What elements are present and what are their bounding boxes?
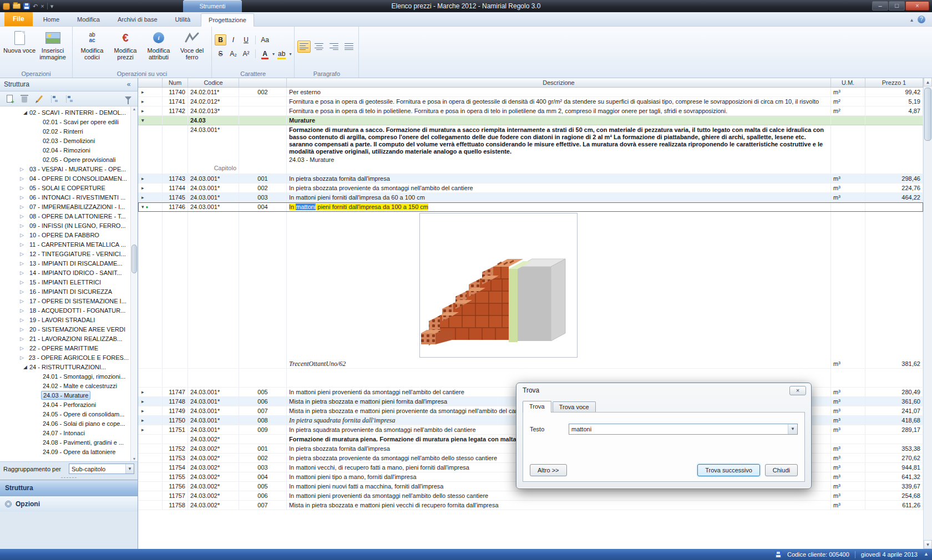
tree-collapsed-icon[interactable]: ▷ [20,327,28,332]
tree-scrollbar-thumb[interactable] [131,245,137,273]
tree-levels-button[interactable] [64,93,75,104]
tab-archivi-di-base[interactable]: Archivi di base [110,13,165,26]
scroll-up-icon[interactable]: ▲ [924,78,932,86]
row-expander[interactable]: ▾● [138,202,163,211]
close-dialog-button[interactable]: Chiudi [765,464,798,476]
tree-collapsed-icon[interactable]: ▷ [20,298,28,304]
find-next-button[interactable]: Trova successivo [697,464,760,476]
tree-collapsed-icon[interactable]: ▷ [20,204,28,210]
tree-item[interactable]: 02.01 - Scavi per opere edili [0,117,130,126]
table-row[interactable]: ▾●1174624.03.001*004In mattoni pieni for… [138,202,923,212]
panel-splitter[interactable] [0,476,138,480]
tree-item[interactable]: ▷22 - OPERE MARITTIME [0,343,130,353]
help-icon[interactable]: ? [918,16,925,23]
tree-item[interactable]: 24.05 - Opere di consolidam... [0,409,130,419]
panel-button-opzioni[interactable]: Opzioni [0,496,138,512]
table-row[interactable]: ▸1174024.02.011*002Per esternom³99,42 [138,88,923,97]
table-row[interactable]: ▾24.03Murature [138,116,923,125]
file-tab[interactable]: File [4,12,33,26]
find-dialog-close-icon[interactable]: × [789,386,806,395]
tree-collapsed-icon[interactable]: ▷ [20,213,28,219]
table-row[interactable]: ▸1174124.02.012*Fornitura e posa in oper… [138,97,923,106]
row-expander[interactable]: ▸ [138,425,163,434]
tree-item[interactable]: 24.06 - Solai di piano e cope... [0,419,130,428]
tree-collapsed-icon[interactable]: ▷ [20,185,28,191]
tree-item[interactable]: ▷21 - LAVORAZIONI REALIZZAB... [0,334,130,343]
tab-trova-voce[interactable]: Trova voce [553,401,596,412]
close-button[interactable]: × [905,1,929,11]
font-color-dropdown-icon[interactable]: ▾ [272,52,275,57]
highlight-dropdown-icon[interactable]: ▾ [289,52,291,57]
tree-item[interactable]: ▷06 - INTONACI - RIVESTIMENTI ... [0,192,130,202]
tree-item[interactable]: ▷05 - SOLAI E COPERTURE [0,183,130,192]
tab-utilità[interactable]: Utilità [168,13,198,26]
tree-item[interactable]: 24.02 - Malte e calcestruzzi [0,381,130,390]
row-expander[interactable]: ▸ [138,88,163,96]
tab-trova[interactable]: Trova [523,401,551,413]
italic-button[interactable]: I [227,34,239,45]
align-right-button[interactable] [327,40,341,53]
tree-item[interactable]: ▷04 - OPERE DI CONSOLIDAMEN... [0,174,130,183]
table-row[interactable]: ▸1174224.02.013*Fornitura e posa in oper… [138,106,923,116]
tree-item[interactable]: ▷03 - VESPAI - MURATURE - OPE... [0,164,130,174]
tree-item[interactable]: ▷07 - IMPERMEABILIZZAZIONI - I... [0,202,130,211]
save-icon[interactable] [23,3,30,9]
tree-item[interactable]: 24.01 - Smontaggi, rimozioni... [0,371,130,381]
tree-collapsed-icon[interactable]: ▷ [20,336,28,342]
tree-collapsed-icon[interactable]: ▷ [20,261,28,266]
tree-collapsed-icon[interactable]: ▷ [20,176,28,181]
minimize-ribbon-icon[interactable]: ▴ [910,17,913,23]
tree-scroll-up-icon[interactable]: ▲ [131,107,138,111]
row-expander[interactable]: ▸ [138,406,163,415]
tree-item[interactable]: 24.07 - Intonaci [0,428,130,437]
tree-item[interactable]: ▷12 - TINTEGGIATURE - VERNICI... [0,249,130,258]
row-expander[interactable]: ▸ [138,106,163,115]
undo-icon[interactable]: ↶ [33,3,38,9]
contextual-tab-strumenti[interactable]: Strumenti [183,0,242,12]
tree-collapsed-icon[interactable]: ▷ [20,355,27,360]
tree-expanded-icon[interactable]: ◢ [20,110,28,115]
underline-button[interactable]: U [240,34,252,45]
tree-item[interactable]: ▷23 - OPERE AGRICOLE E FORES... [0,353,130,362]
column-header-Codice[interactable]: Codice [188,78,239,87]
status-save-icon[interactable] [775,551,782,558]
modifica-prezzi-button[interactable]: € Modifica prezzi [109,28,142,60]
table-row[interactable]: TrecentOttantUno/62m³381,62 [138,359,923,369]
tree-item[interactable]: 02.04 - Rimozioni [0,145,130,155]
cancel-icon[interactable]: × [40,3,44,9]
column-header-Descrizione[interactable]: Descrizione [287,78,831,87]
column-header-U.M.[interactable]: U.M. [831,78,865,87]
new-item-button[interactable] [4,93,15,104]
qat-customize-dropdown-icon[interactable]: ▾ [50,3,54,9]
row-expander[interactable]: ▸ [138,184,163,192]
tab-modifica[interactable]: Modifica [70,13,107,26]
bold-button[interactable]: B [215,34,226,45]
change-case-button[interactable]: Aa [259,34,271,45]
tree-item[interactable]: ▷15 - IMPIANTI ELETTRICI [0,277,130,287]
tree-scroll-down-icon[interactable]: ▼ [131,457,138,461]
status-expand-icon[interactable]: ▲ [924,551,929,557]
row-expander[interactable] [138,454,163,462]
tree-item[interactable]: ▷11 - CARPENTERIA METALLICA ... [0,240,130,249]
row-expander[interactable]: ▸ [138,193,163,202]
nuova-voce-button[interactable]: Nuova voce [3,28,36,54]
tree-item[interactable]: ▷13 - IMPIANTI DI RISCALDAME... [0,258,130,268]
tree-item[interactable]: ▷09 - INFISSI (IN LEGNO, FERRO... [0,221,130,230]
tree-item[interactable]: 02.02 - Rinterri [0,126,130,136]
table-row[interactable]: ▸1174424.03.001*002In pietra sbozzata pr… [138,184,923,193]
find-dialog-titlebar[interactable]: Trova [516,383,811,398]
row-expander[interactable] [138,444,163,453]
modifica-codici-button[interactable]: abac Modifica codici [75,28,109,60]
chevron-down-icon[interactable]: ▼ [125,464,134,474]
tree-collapsed-icon[interactable]: ▷ [20,270,28,276]
row-expander[interactable] [138,463,163,472]
align-center-button[interactable] [312,40,326,53]
row-expander[interactable] [138,482,163,491]
column-header-exp[interactable] [138,78,163,87]
tree-item[interactable]: ▷19 - LAVORI STRADALI [0,315,130,324]
column-header-sub[interactable] [239,78,287,87]
tree-collapsed-icon[interactable]: ▷ [20,279,28,285]
tree-collapsed-icon[interactable]: ▷ [20,223,28,228]
grouping-select[interactable]: Sub-capitolo ▼ [69,464,134,474]
modifica-attributi-button[interactable]: i Modifica attributi [142,28,175,60]
